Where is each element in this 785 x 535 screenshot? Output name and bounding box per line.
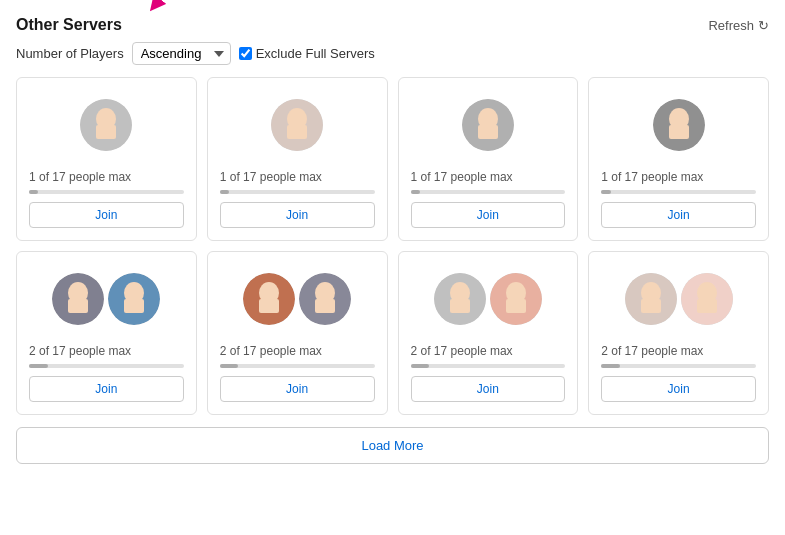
progress-bar-fill bbox=[29, 190, 38, 194]
avatar bbox=[653, 99, 705, 151]
sort-select[interactable]: Ascending Descending bbox=[132, 42, 231, 65]
avatar bbox=[299, 273, 351, 325]
svg-rect-12 bbox=[669, 125, 689, 139]
join-button[interactable]: Join bbox=[220, 202, 375, 228]
avatars-row bbox=[220, 264, 375, 334]
progress-bar bbox=[411, 364, 566, 368]
join-button[interactable]: Join bbox=[411, 202, 566, 228]
avatar bbox=[625, 273, 677, 325]
server-card: 2 of 17 people maxJoin bbox=[16, 251, 197, 415]
progress-bar-fill bbox=[411, 190, 420, 194]
player-count-text: 2 of 17 people max bbox=[220, 344, 322, 358]
player-count-text: 1 of 17 people max bbox=[220, 170, 322, 184]
svg-rect-33 bbox=[641, 299, 661, 313]
svg-rect-21 bbox=[259, 299, 279, 313]
controls-row: Number of Players Ascending Descending E… bbox=[16, 42, 769, 65]
avatars-row bbox=[411, 264, 566, 334]
exclude-full-checkbox[interactable] bbox=[239, 47, 252, 60]
progress-bar-fill bbox=[29, 364, 48, 368]
svg-rect-3 bbox=[96, 125, 116, 139]
avatar bbox=[108, 273, 160, 325]
svg-rect-30 bbox=[506, 299, 526, 313]
join-button[interactable]: Join bbox=[220, 376, 375, 402]
progress-bar bbox=[411, 190, 566, 194]
progress-bar-fill bbox=[220, 364, 239, 368]
join-button[interactable]: Join bbox=[29, 202, 184, 228]
load-more-button[interactable]: Load More bbox=[16, 427, 769, 464]
svg-line-0 bbox=[155, 0, 200, 5]
server-card: 1 of 17 people maxJoin bbox=[16, 77, 197, 241]
server-card: 1 of 17 people maxJoin bbox=[588, 77, 769, 241]
avatar bbox=[434, 273, 486, 325]
player-count-text: 1 of 17 people max bbox=[29, 170, 131, 184]
svg-rect-15 bbox=[68, 299, 88, 313]
refresh-icon: ↻ bbox=[758, 18, 769, 33]
header-row: Other Servers Refresh ↻ bbox=[16, 16, 769, 34]
server-card: 2 of 17 people maxJoin bbox=[207, 251, 388, 415]
svg-rect-24 bbox=[315, 299, 335, 313]
server-card: 2 of 17 people maxJoin bbox=[588, 251, 769, 415]
avatar bbox=[80, 99, 132, 151]
sort-label: Number of Players bbox=[16, 46, 124, 61]
svg-rect-27 bbox=[450, 299, 470, 313]
svg-rect-36 bbox=[697, 299, 717, 313]
avatars-row bbox=[601, 90, 756, 160]
server-card: 1 of 17 people maxJoin bbox=[207, 77, 388, 241]
refresh-button[interactable]: Refresh ↻ bbox=[708, 18, 769, 33]
server-card: 1 of 17 people maxJoin bbox=[398, 77, 579, 241]
progress-bar-fill bbox=[601, 364, 620, 368]
avatar bbox=[681, 273, 733, 325]
avatars-row bbox=[29, 264, 184, 334]
annotation-arrow bbox=[110, 0, 230, 15]
avatars-row bbox=[601, 264, 756, 334]
player-count-text: 1 of 17 people max bbox=[411, 170, 513, 184]
progress-bar-fill bbox=[411, 364, 430, 368]
page-title: Other Servers bbox=[16, 16, 122, 34]
progress-bar bbox=[220, 364, 375, 368]
server-card: 2 of 17 people maxJoin bbox=[398, 251, 579, 415]
join-button[interactable]: Join bbox=[411, 376, 566, 402]
avatars-row bbox=[411, 90, 566, 160]
avatar bbox=[243, 273, 295, 325]
progress-bar bbox=[220, 190, 375, 194]
avatars-row bbox=[220, 90, 375, 160]
player-count-text: 1 of 17 people max bbox=[601, 170, 703, 184]
progress-bar bbox=[29, 364, 184, 368]
progress-bar-fill bbox=[601, 190, 610, 194]
avatar bbox=[490, 273, 542, 325]
avatar bbox=[271, 99, 323, 151]
avatar bbox=[462, 99, 514, 151]
exclude-full-text: Exclude Full Servers bbox=[256, 46, 375, 61]
join-button[interactable]: Join bbox=[601, 202, 756, 228]
servers-grid: 1 of 17 people maxJoin 1 of 17 people ma… bbox=[16, 77, 769, 415]
refresh-label: Refresh bbox=[708, 18, 754, 33]
avatars-row bbox=[29, 90, 184, 160]
progress-bar bbox=[29, 190, 184, 194]
svg-rect-9 bbox=[478, 125, 498, 139]
progress-bar bbox=[601, 190, 756, 194]
svg-rect-18 bbox=[124, 299, 144, 313]
avatar bbox=[52, 273, 104, 325]
progress-bar-fill bbox=[220, 190, 229, 194]
join-button[interactable]: Join bbox=[29, 376, 184, 402]
player-count-text: 2 of 17 people max bbox=[601, 344, 703, 358]
join-button[interactable]: Join bbox=[601, 376, 756, 402]
svg-rect-6 bbox=[287, 125, 307, 139]
player-count-text: 2 of 17 people max bbox=[29, 344, 131, 358]
progress-bar bbox=[601, 364, 756, 368]
player-count-text: 2 of 17 people max bbox=[411, 344, 513, 358]
exclude-full-label[interactable]: Exclude Full Servers bbox=[239, 46, 375, 61]
